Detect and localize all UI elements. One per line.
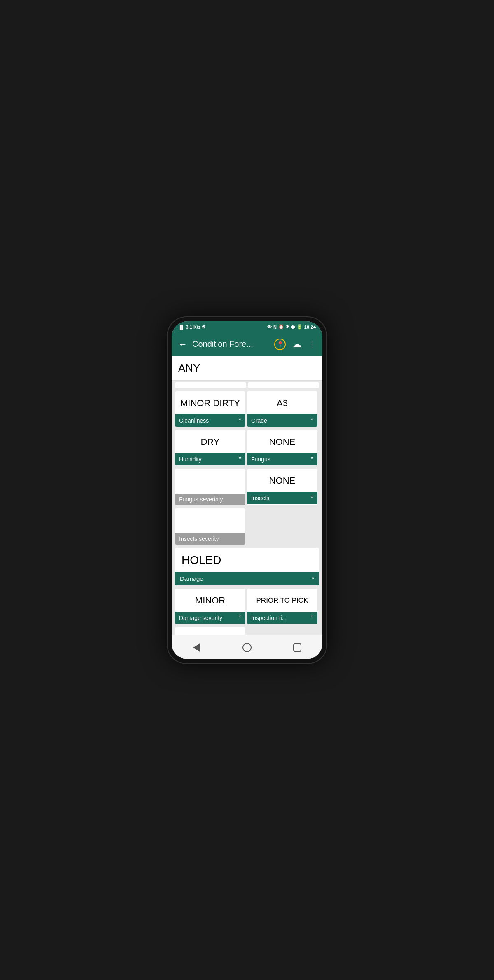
- grade-required: *: [311, 417, 313, 424]
- humidity-label-text: Humidity: [179, 456, 201, 463]
- nav-bar: [172, 635, 322, 659]
- humidity-value: DRY: [175, 430, 245, 453]
- fungus-label-text: Fungus: [251, 456, 270, 463]
- humidity-label: Humidity *: [175, 453, 245, 465]
- insects-label: Insects *: [247, 492, 317, 504]
- damage-label-text: Damage: [180, 575, 203, 582]
- damage-severity-value: MINOR: [175, 589, 245, 612]
- app-bar-icons: 📍 ☁ ⋮: [274, 339, 316, 350]
- home-circle-icon: [242, 643, 252, 652]
- status-right: 👁 N ⏰ ✱ ◉ 🔋 10:24: [267, 324, 316, 330]
- cleanliness-label: Cleanliness *: [175, 414, 245, 427]
- cleanliness-value: MINOR DIRTY: [175, 391, 245, 414]
- fungus-required: *: [311, 456, 313, 463]
- wifi-icon: ⊜: [202, 324, 205, 330]
- inspection-time-cell[interactable]: PRIOR TO PICK Inspection ti... *: [247, 589, 317, 624]
- row-cleanliness-grade: MINOR DIRTY Cleanliness * A3 Grade *: [172, 390, 322, 428]
- partial-cell-right: [248, 382, 319, 388]
- home-nav-button[interactable]: [239, 639, 255, 656]
- recents-nav-button[interactable]: [289, 639, 305, 656]
- app-title: Condition Fore...: [192, 339, 269, 349]
- inspector-cell[interactable]: VIVIAN Inspector *: [175, 627, 245, 635]
- battery-icon: 🔋: [297, 324, 303, 330]
- location-pin-icon[interactable]: 📍: [274, 339, 286, 350]
- eye-icon: 👁: [267, 325, 272, 330]
- grade-label: Grade *: [247, 414, 317, 427]
- status-left: ▐▌ 3,1 K/s ⊜: [178, 324, 205, 330]
- grade-label-text: Grade: [251, 417, 267, 424]
- fungus-severity-label-text: Fungus severirity: [179, 496, 223, 503]
- back-triangle-icon: [193, 643, 200, 652]
- grade-value: A3: [247, 391, 317, 414]
- partial-top-row: [172, 381, 322, 390]
- damage-severity-label: Damage severity *: [175, 612, 245, 624]
- damage-severity-label-text: Damage severity: [179, 615, 222, 621]
- row-fungussev-insects: Fungus severirity NONE Insects *: [172, 467, 322, 507]
- damage-value: HOLED: [175, 548, 319, 572]
- fungus-cell[interactable]: NONE Fungus *: [247, 430, 317, 465]
- time: 10:24: [304, 325, 316, 330]
- fungus-label: Fungus *: [247, 453, 317, 465]
- fungus-value: NONE: [247, 430, 317, 453]
- bluetooth-icon: ✱: [286, 324, 289, 330]
- insects-cell[interactable]: NONE Insects *: [247, 469, 317, 505]
- empty-cell: [247, 508, 317, 545]
- fungus-severity-label: Fungus severirity: [175, 494, 245, 505]
- damage-label: Damage *: [175, 572, 319, 585]
- scroll-content[interactable]: ANY MINOR DIRTY Cleanliness * A3: [172, 356, 322, 635]
- phone-screen: ▐▌ 3,1 K/s ⊜ 👁 N ⏰ ✱ ◉ 🔋 10:24 ← Conditi…: [172, 321, 322, 659]
- insects-label-text: Insects: [251, 495, 269, 501]
- insects-severity-cell[interactable]: Insects severity: [175, 508, 245, 545]
- inspector-value: VIVIAN: [175, 627, 245, 635]
- humidity-required: *: [239, 456, 241, 463]
- more-options-icon[interactable]: ⋮: [308, 339, 316, 349]
- row-damagesev-insptime: MINOR Damage severity * PRIOR TO PICK In…: [172, 587, 322, 626]
- insects-severity-label: Insects severity: [175, 533, 245, 545]
- cleanliness-cell[interactable]: MINOR DIRTY Cleanliness *: [175, 391, 245, 427]
- inspection-time-required: *: [311, 614, 313, 622]
- cloud-upload-icon[interactable]: ☁: [292, 339, 301, 350]
- damage-severity-required: *: [239, 614, 241, 622]
- insects-severity-value: [175, 508, 245, 533]
- row-inspector: VIVIAN Inspector *: [172, 626, 322, 635]
- network-speed: 3,1 K/s: [186, 325, 200, 330]
- grade-cell[interactable]: A3 Grade *: [247, 391, 317, 427]
- inspection-time-value: PRIOR TO PICK: [247, 589, 317, 612]
- inspection-time-label: Inspection ti... *: [247, 612, 317, 624]
- humidity-cell[interactable]: DRY Humidity *: [175, 430, 245, 465]
- partial-cell-left: [175, 382, 246, 388]
- phone-frame: ▐▌ 3,1 K/s ⊜ 👁 N ⏰ ✱ ◉ 🔋 10:24 ← Conditi…: [167, 316, 327, 664]
- any-label: ANY: [178, 362, 200, 374]
- alarm-icon: ⏰: [278, 324, 284, 330]
- damage-required: *: [312, 575, 314, 582]
- cleanliness-label-text: Cleanliness: [179, 417, 209, 424]
- n-icon: N: [273, 325, 277, 330]
- status-bar: ▐▌ 3,1 K/s ⊜ 👁 N ⏰ ✱ ◉ 🔋 10:24: [172, 321, 322, 333]
- fungus-severity-value: [175, 469, 245, 494]
- row-insectssev: Insects severity: [172, 507, 322, 546]
- fungus-severity-cell[interactable]: Fungus severirity: [175, 469, 245, 505]
- any-section: ANY: [172, 356, 322, 381]
- inspection-time-label-text: Inspection ti...: [251, 615, 287, 621]
- insects-required: *: [311, 494, 313, 502]
- empty-cell-2: [247, 627, 317, 635]
- back-nav-button[interactable]: [189, 639, 205, 656]
- app-bar: ← Condition Fore... 📍 ☁ ⋮: [172, 333, 322, 356]
- damage-section: HOLED Damage *: [172, 546, 322, 587]
- insects-value: NONE: [247, 469, 317, 492]
- location-icon: ◉: [291, 324, 295, 330]
- row-humidity-fungus: DRY Humidity * NONE Fungus *: [172, 428, 322, 467]
- insects-severity-label-text: Insects severity: [179, 536, 219, 542]
- back-button[interactable]: ←: [178, 339, 187, 350]
- damage-cell[interactable]: HOLED Damage *: [175, 548, 319, 585]
- signal-icon: ▐▌: [178, 325, 185, 330]
- damage-severity-cell[interactable]: MINOR Damage severity *: [175, 589, 245, 624]
- cleanliness-required: *: [239, 417, 241, 424]
- recents-square-icon: [293, 643, 301, 652]
